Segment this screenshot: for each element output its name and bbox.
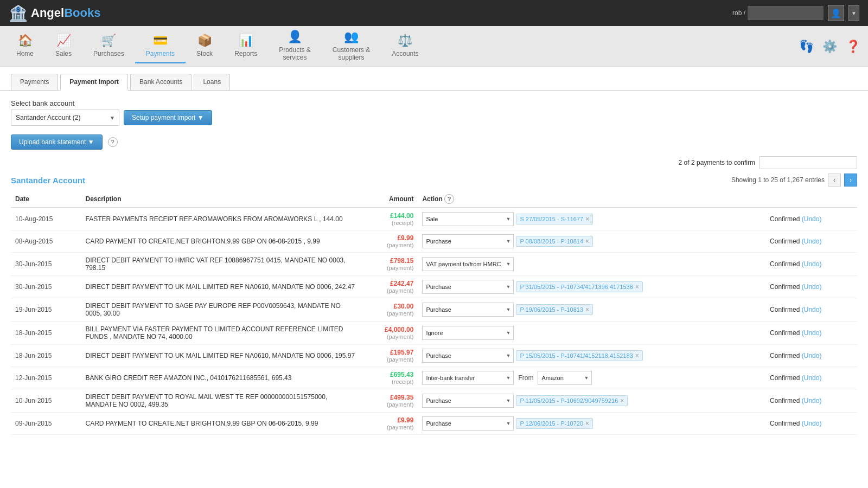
action-type-select[interactable]: SalePurchaseVAT payment to/from HMRCInte…	[422, 371, 514, 385]
action-type-select-wrapper: SalePurchaseVAT payment to/from HMRCInte…	[422, 349, 514, 363]
action-ref-tag[interactable]: P 15/05/2015 - P-10741/4152118,4152183 ×	[516, 350, 642, 361]
action-ref-tag[interactable]: P 08/08/2015 - P-10814 ×	[516, 236, 593, 247]
pagination-next-btn[interactable]: ›	[844, 174, 857, 187]
upload-bank-statement-button[interactable]: Upload bank statement ▼	[11, 134, 103, 150]
action-type-select[interactable]: SalePurchaseVAT payment to/from HMRCInte…	[422, 326, 514, 340]
tabs-bar: Payments Payment import Bank Accounts Lo…	[0, 67, 868, 91]
cell-action[interactable]: SalePurchaseVAT payment to/from HMRCInte…	[418, 413, 765, 435]
ref-tag-close-icon[interactable]: ×	[585, 237, 589, 245]
ref-tag-close-icon[interactable]: ×	[585, 215, 589, 223]
tab-payments[interactable]: Payments	[11, 74, 58, 90]
action-help-icon[interactable]: ?	[444, 194, 454, 204]
action-type-select-wrapper: SalePurchaseVAT payment to/from HMRCInte…	[422, 212, 514, 226]
confirm-input[interactable]	[760, 156, 857, 169]
col-date: Date	[11, 191, 81, 208]
nav-item-purchases[interactable]: 🛒 Purchases	[82, 29, 135, 63]
tab-payment-import[interactable]: Payment import	[60, 74, 128, 91]
action-type-select[interactable]: SalePurchaseVAT payment to/from HMRCInte…	[422, 303, 514, 317]
cell-description: CARD PAYMENT TO CREATE.NET BRIGHTON,9.99…	[81, 230, 361, 253]
ref-tag-close-icon[interactable]: ×	[635, 283, 639, 291]
undo-link[interactable]: (Undo)	[802, 329, 822, 337]
action-type-select[interactable]: SalePurchaseVAT payment to/from HMRCInte…	[422, 394, 514, 408]
settings-icon[interactable]: ⚙️	[820, 37, 839, 56]
action-type-select[interactable]: SalePurchaseVAT payment to/from HMRCInte…	[422, 280, 514, 294]
cell-description: DIRECT DEBIT PAYMENT TO UK MAIL LIMITED …	[81, 276, 361, 298]
undo-link[interactable]: (Undo)	[802, 420, 822, 427]
nav-item-reports[interactable]: 📊 Reports	[224, 29, 268, 63]
nav-item-products-services[interactable]: 👤 Products &services	[268, 25, 322, 67]
nav-item-home[interactable]: 🏠 Home	[5, 29, 44, 63]
action-ref-tag[interactable]: P 11/05/2015 - P-10692/9049759216 ×	[516, 395, 628, 406]
user-dropdown-btn[interactable]: ▼	[848, 5, 859, 21]
cell-action[interactable]: SalePurchaseVAT payment to/from HMRCInte…	[418, 322, 765, 345]
cell-status: Confirmed (Undo)	[765, 298, 857, 322]
cell-description: DIRECT DEBIT PAYMENT TO SAGE PAY EUROPE …	[81, 298, 361, 322]
ref-tag-close-icon[interactable]: ×	[585, 420, 589, 427]
stock-icon: 📦	[197, 34, 212, 48]
nav-item-payments[interactable]: 💳 Payments	[135, 29, 186, 63]
nav-item-sales[interactable]: 📈 Sales	[44, 29, 82, 63]
action-type-select[interactable]: SalePurchaseVAT payment to/from HMRCInte…	[422, 257, 514, 271]
bank-account-select-wrapper: Santander Account (2) HSBC Account Barcl…	[11, 110, 119, 126]
undo-link[interactable]: (Undo)	[802, 397, 822, 404]
pagination-showing: Showing 1 to 25 of 1,267 entries	[731, 176, 825, 184]
user-area: rob /	[732, 6, 824, 20]
action-ref-tag[interactable]: P 31/05/2015 - P-10734/4171396,4171538 ×	[516, 281, 642, 292]
undo-link[interactable]: (Undo)	[802, 237, 822, 245]
footprint-icon[interactable]: 👣	[797, 37, 816, 56]
cell-action[interactable]: SalePurchaseVAT payment to/from HMRCInte…	[418, 345, 765, 367]
user-avatar-icon[interactable]: 👤	[828, 5, 844, 21]
bank-account-select[interactable]: Santander Account (2) HSBC Account Barcl…	[11, 110, 119, 126]
cell-status: Confirmed (Undo)	[765, 253, 857, 276]
cell-action[interactable]: SalePurchaseVAT payment to/from HMRCInte…	[418, 367, 765, 389]
upload-help-icon[interactable]: ?	[108, 137, 118, 147]
nav-item-customers-suppliers[interactable]: 👥 Customers &suppliers	[322, 25, 381, 67]
action-type-select-wrapper: SalePurchaseVAT payment to/from HMRCInte…	[422, 394, 514, 408]
help-icon-nav[interactable]: ❓	[844, 37, 863, 56]
cell-amount: £30.00(payment)	[361, 298, 418, 322]
confirm-row: 2 of 2 payments to confirm	[11, 156, 857, 169]
ref-tag-close-icon[interactable]: ×	[635, 352, 639, 359]
action-type-select-wrapper: SalePurchaseVAT payment to/from HMRCInte…	[422, 257, 514, 271]
undo-link[interactable]: (Undo)	[802, 283, 822, 291]
confirmed-text: Confirmed	[770, 352, 802, 359]
action-type-select[interactable]: SalePurchaseVAT payment to/from HMRCInte…	[422, 234, 514, 248]
action-ref-tag[interactable]: P 19/06/2015 - P-10813 ×	[516, 304, 593, 315]
tab-loans[interactable]: Loans	[194, 74, 230, 90]
logo[interactable]: 🏦 AngelBooks	[9, 4, 100, 22]
cell-action[interactable]: SalePurchaseVAT payment to/from HMRCInte…	[418, 389, 765, 413]
cell-action[interactable]: SalePurchaseVAT payment to/from HMRCInte…	[418, 253, 765, 276]
data-table: Date Description Amount Action ? 10-Aug-…	[11, 191, 857, 435]
action-type-select[interactable]: SalePurchaseVAT payment to/from HMRCInte…	[422, 416, 514, 431]
cell-action[interactable]: SalePurchaseVAT payment to/from HMRCInte…	[418, 208, 765, 230]
ref-tag-close-icon[interactable]: ×	[620, 397, 624, 404]
nav-item-accounts[interactable]: ⚖️ Accounts	[381, 29, 429, 63]
undo-link[interactable]: (Undo)	[802, 374, 822, 382]
undo-link[interactable]: (Undo)	[802, 306, 822, 313]
cell-status: Confirmed (Undo)	[765, 208, 857, 230]
undo-link[interactable]: (Undo)	[802, 260, 822, 268]
cell-action[interactable]: SalePurchaseVAT payment to/from HMRCInte…	[418, 230, 765, 253]
cell-status: Confirmed (Undo)	[765, 322, 857, 345]
table-header-row: Santander Account Showing 1 to 25 of 1,2…	[11, 174, 857, 187]
tab-bank-accounts[interactable]: Bank Accounts	[130, 74, 192, 90]
confirmed-text: Confirmed	[770, 283, 802, 291]
setup-payment-import-button[interactable]: Setup payment import ▼	[124, 110, 212, 125]
username-label: rob /	[732, 9, 745, 17]
undo-link[interactable]: (Undo)	[802, 215, 822, 223]
action-ref-tag[interactable]: P 12/06/2015 - P-10720 ×	[516, 418, 593, 429]
cell-status: Confirmed (Undo)	[765, 413, 857, 435]
cell-action[interactable]: SalePurchaseVAT payment to/from HMRCInte…	[418, 298, 765, 322]
ref-tag-close-icon[interactable]: ×	[585, 306, 589, 313]
action-type-select[interactable]: SalePurchaseVAT payment to/from HMRCInte…	[422, 349, 514, 363]
cell-action[interactable]: SalePurchaseVAT payment to/from HMRCInte…	[418, 276, 765, 298]
action-type-select[interactable]: SalePurchaseVAT payment to/from HMRCInte…	[422, 212, 514, 226]
nav-label-customers: Customers &suppliers	[333, 46, 370, 61]
user-search-input[interactable]	[748, 6, 824, 20]
from-select[interactable]: AmazonHSBCBarclaysPayPal	[538, 371, 592, 385]
action-ref-tag[interactable]: S 27/05/2015 - S-11677 ×	[516, 214, 593, 224]
nav-label-payments: Payments	[146, 50, 175, 57]
nav-item-stock[interactable]: 📦 Stock	[186, 29, 224, 63]
undo-link[interactable]: (Undo)	[802, 352, 822, 359]
pagination-prev-btn[interactable]: ‹	[828, 174, 841, 187]
